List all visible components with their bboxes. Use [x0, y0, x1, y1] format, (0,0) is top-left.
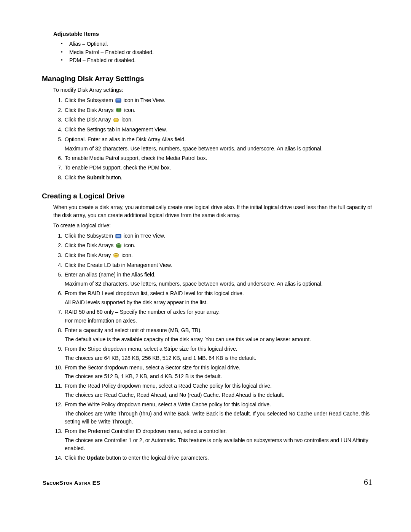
section-creating-intro2: To create a logical drive: — [53, 222, 373, 230]
adjustable-items-heading: Adjustable Items — [53, 30, 373, 37]
step-subtext: The choices are 64 KB, 128 KB, 256 KB, 5… — [65, 354, 373, 362]
creating-steps: Click the Subsystem icon in Tree View.Cl… — [53, 232, 373, 462]
step-item: Optional. Enter an alias in the Disk Arr… — [53, 136, 373, 153]
step-item: Click the Update button to enter the log… — [53, 454, 373, 462]
step-item: To enable PDM support, check the PDM box… — [53, 164, 373, 172]
bold-text: Submit — [87, 174, 105, 181]
page-footer: SecurStor Astra ES 61 — [42, 477, 373, 487]
section-creating-heading: Creating a Logical Drive — [42, 192, 373, 200]
subsystem-icon — [115, 233, 121, 239]
step-subtext: The choices are 512 B, 1 KB, 2 KB, and 4… — [65, 372, 373, 380]
managing-steps: Click the Subsystem icon in Tree View.Cl… — [53, 96, 373, 182]
bullet-item: PDM – Enabled or disabled. — [61, 56, 373, 65]
step-item: From the Preferred Controller ID dropdow… — [53, 427, 373, 452]
step-item: RAID 50 and 60 only – Specify the number… — [53, 308, 373, 325]
step-item: Click the Disk Arrays icon. — [53, 106, 373, 115]
step-item: Click the Disk Array icon. — [53, 116, 373, 124]
step-item: Click the Subsystem icon in Tree View. — [53, 232, 373, 240]
step-item: From the RAID Level dropdown list, selec… — [53, 289, 373, 307]
step-item: Click the Create LD tab in Management Vi… — [53, 261, 373, 270]
step-item: To enable Media Patrol support, check th… — [53, 154, 373, 163]
step-item: From the Sector dropdown menu, select a … — [53, 364, 373, 381]
step-item: Enter a capacity and select unit of meas… — [53, 326, 373, 343]
bullet-item: Alias – Optional. — [61, 40, 373, 48]
step-subtext: Maximum of 32 characters. Use letters, n… — [65, 145, 373, 153]
adjustable-items-list: Alias – Optional. Media Patrol – Enabled… — [61, 40, 373, 65]
step-item: From the Read Policy dropdown menu, sele… — [53, 382, 373, 399]
step-subtext: The choices are Read Cache, Read Ahead, … — [65, 391, 373, 399]
step-subtext: The default value is the available capac… — [65, 335, 373, 343]
step-item: From the Write Policy dropdown menu, sel… — [53, 401, 373, 426]
subsystem-icon — [115, 97, 121, 104]
document-page: Adjustable Items Alias – Optional. Media… — [0, 0, 411, 502]
disk-array-icon — [113, 117, 119, 123]
step-item: Click the Disk Array icon. — [53, 251, 373, 260]
step-subtext: Maximum of 32 characters. Use letters, n… — [65, 280, 373, 288]
step-item: Enter an alias (name) in the Alias field… — [53, 271, 373, 288]
step-subtext: The choices are Controller 1 or 2, or Au… — [65, 436, 373, 452]
step-item: Click the Submit button. — [53, 174, 373, 182]
step-item: From the Stripe dropdown menu, select a … — [53, 345, 373, 362]
bullet-item: Media Patrol – Enabled or disabled. — [61, 48, 373, 57]
disk-arrays-icon — [116, 243, 122, 249]
step-item: Click the Subsystem icon in Tree View. — [53, 96, 373, 105]
step-item: Click the Disk Arrays icon. — [53, 241, 373, 250]
section-managing-heading: Managing Disk Array Settings — [42, 75, 373, 83]
step-subtext: For more information on axles. — [65, 317, 373, 325]
footer-product: SecurStor Astra ES — [43, 479, 100, 486]
bold-text: Update — [87, 455, 105, 461]
footer-page-number: 61 — [364, 477, 372, 487]
step-item: Click the Settings tab in Management Vie… — [53, 126, 373, 134]
step-subtext: The choices are Write Through (thru) and… — [65, 410, 373, 426]
section-managing-intro: To modify Disk Array settings: — [53, 86, 373, 94]
disk-array-icon — [113, 252, 119, 259]
section-creating-intro1: When you create a disk array, you automa… — [53, 203, 373, 219]
step-subtext: All RAID levels supported by the disk ar… — [65, 299, 373, 307]
disk-arrays-icon — [116, 107, 122, 113]
